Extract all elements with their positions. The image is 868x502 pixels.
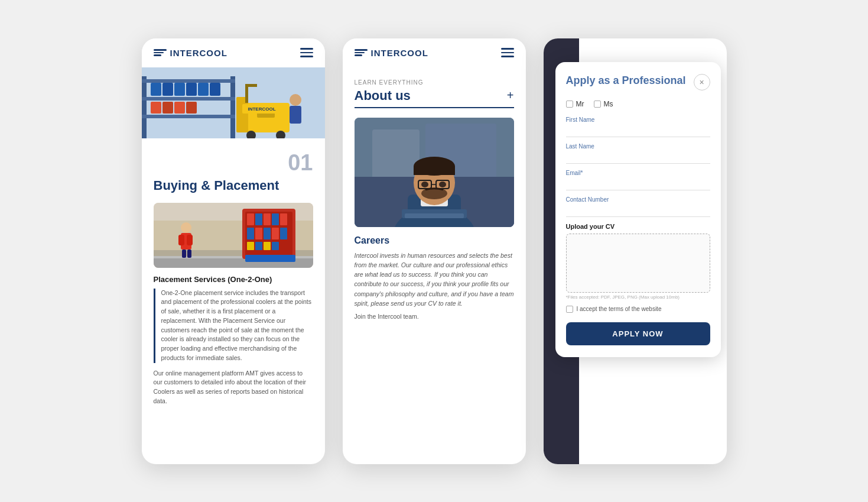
accept-label: I accept the terms of the website [577,306,662,312]
svg-rect-8 [174,83,185,96]
accept-row: I accept the terms of the website [566,306,710,313]
ms-label: Ms [604,100,613,108]
svg-point-69 [439,182,446,187]
last-name-label: Last Name [566,143,710,150]
contact-field: Contact Number [566,196,710,217]
screen1-placement-image [154,203,313,268]
svg-rect-12 [151,102,161,114]
upload-box[interactable] [566,234,710,293]
svg-rect-44 [247,228,254,239]
first-name-field: First Name [566,116,710,137]
mr-label: Mr [576,100,584,108]
logo-icon [154,48,167,57]
svg-rect-42 [272,213,279,225]
svg-rect-11 [210,83,220,96]
svg-rect-18 [245,85,248,103]
email-label: Email* [566,170,710,176]
mr-option[interactable]: Mr [566,100,584,108]
screen2-mockup: INTERCOOL LEARN EVERYTHING About us + [343,38,526,464]
mr-checkbox[interactable] [566,101,573,108]
screen1-mockup: INTERCOOL [142,38,325,464]
svg-rect-48 [280,228,287,239]
close-button[interactable]: × [694,74,710,90]
svg-rect-71 [405,213,464,218]
gender-row: Mr Ms [566,100,710,108]
screen1-item-title: Placement Services (One-2-One) [154,275,313,284]
logo-text: INTERCOOL [170,48,227,58]
svg-rect-35 [182,250,186,258]
screen2-section-title: About us [355,88,411,103]
email-input[interactable] [566,178,710,190]
svg-rect-46 [264,228,271,239]
screen1-navbar: INTERCOOL [142,38,325,67]
screen2-logo-icon [355,48,368,57]
last-name-input[interactable] [566,151,710,164]
svg-rect-13 [162,102,173,114]
upload-title: Upload your CV [566,223,710,230]
screen2-plus-icon[interactable]: + [507,89,514,102]
svg-rect-63 [414,166,455,175]
screen2-logo: INTERCOOL [355,48,428,58]
svg-rect-1 [142,76,147,138]
svg-rect-9 [186,83,197,96]
screen2-careers-text: Intercool invests in human resources and… [355,251,514,309]
screen3-mockup: Apply as a Professional × Mr Ms First Na… [544,38,727,464]
screen2-content: LEARN EVERYTHING About us + [343,67,526,332]
svg-text:INTERCOOL: INTERCOOL [248,106,275,112]
screen2-navbar: INTERCOOL [343,38,526,67]
apply-now-button[interactable]: APPLY NOW [566,322,710,345]
svg-rect-24 [290,106,301,124]
screen1-item-text2: Our online management platform AMT gives… [154,369,313,406]
svg-rect-43 [280,213,287,225]
screen1-logo: INTERCOOL [154,48,227,58]
form-title: Apply as a Professional [566,74,686,88]
svg-rect-10 [198,83,209,96]
svg-point-23 [290,94,301,106]
email-field: Email* [566,170,710,190]
svg-rect-3 [142,79,235,83]
svg-rect-36 [187,250,191,258]
screen2-person-photo [355,118,514,227]
svg-rect-7 [162,83,173,96]
svg-rect-19 [245,84,257,87]
accept-checkbox[interactable] [566,306,573,313]
screen1-section-title: Buying & Placement [154,178,313,193]
svg-rect-15 [186,102,197,114]
upload-section: Upload your CV *Files accepted: PDF, JPE… [566,223,710,300]
upload-hint: *Files accepted: PDF, JPEG, PNG (Max upl… [566,294,710,300]
svg-rect-47 [272,228,279,239]
svg-rect-53 [245,255,295,262]
screen2-learn-label: LEARN EVERYTHING [355,79,514,86]
svg-rect-50 [255,242,262,250]
last-name-field: Last Name [566,143,710,164]
screens-container: INTERCOOL [142,38,727,464]
ms-checkbox[interactable] [594,101,601,108]
form-header: Apply as a Professional × [566,74,710,90]
svg-rect-34 [187,235,193,245]
svg-rect-33 [178,235,184,245]
form-overlay: Apply as a Professional × Mr Ms First Na… [555,62,721,357]
close-icon: × [699,77,704,87]
screen2-section-header: About us + [355,88,514,108]
svg-point-31 [181,222,191,233]
svg-rect-49 [247,242,254,250]
screen2-hamburger[interactable] [501,48,514,57]
svg-point-68 [421,182,428,187]
svg-rect-39 [247,213,254,225]
screen1-hamburger[interactable] [300,48,313,57]
first-name-label: First Name [566,116,710,123]
screen2-logo-text: INTERCOOL [371,48,428,58]
svg-rect-14 [174,102,185,114]
screen1-content: 01 Buying & Placement [142,138,325,424]
ms-option[interactable]: Ms [594,100,613,108]
svg-rect-4 [142,97,235,101]
svg-rect-41 [264,213,271,225]
screen2-join-text: Join the Intercool team. [355,313,514,320]
screen1-section-number: 01 [154,150,313,176]
svg-rect-45 [255,228,262,239]
svg-rect-5 [142,115,235,118]
screen1-hero-image: INTERCOOL [142,67,325,138]
contact-input[interactable] [566,205,710,217]
svg-rect-2 [230,76,235,138]
first-name-input[interactable] [566,125,710,137]
